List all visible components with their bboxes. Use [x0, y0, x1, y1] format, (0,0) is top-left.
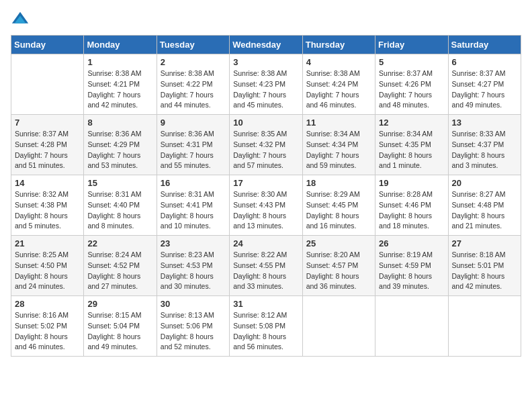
- calendar-cell: 16Sunrise: 8:31 AMSunset: 4:41 PMDayligh…: [157, 175, 229, 236]
- sunrise-text: Sunrise: 8:27 AM: [452, 190, 506, 198]
- sunrise-text: Sunrise: 8:18 AM: [452, 250, 506, 259]
- calendar-cell: 22Sunrise: 8:24 AMSunset: 4:52 PMDayligh…: [84, 236, 157, 296]
- logo-icon: [11, 11, 30, 30]
- sunrise-text: Sunrise: 8:31 AM: [161, 190, 214, 198]
- sunset-text: Sunset: 4:22 PM: [161, 80, 213, 88]
- sunset-text: Sunset: 5:04 PM: [87, 322, 140, 330]
- day-info: Sunrise: 8:33 AMSunset: 4:37 PMDaylight:…: [452, 129, 517, 171]
- calendar-cell: 12Sunrise: 8:34 AMSunset: 4:35 PMDayligh…: [375, 115, 448, 175]
- sunrise-text: Sunrise: 8:37 AM: [452, 69, 506, 77]
- daylight-text: Daylight: 7 hours and 44 minutes.: [161, 91, 214, 109]
- calendar-cell: 20Sunrise: 8:27 AMSunset: 4:48 PMDayligh…: [448, 175, 521, 236]
- day-number: 10: [233, 118, 298, 128]
- daylight-text: Daylight: 8 hours and 33 minutes.: [233, 272, 286, 291]
- day-number: 23: [161, 238, 226, 248]
- sunrise-text: Sunrise: 8:34 AM: [306, 130, 360, 138]
- calendar-cell: [375, 296, 448, 357]
- sunset-text: Sunset: 4:41 PM: [161, 201, 213, 209]
- day-number: 5: [379, 57, 444, 67]
- daylight-text: Daylight: 8 hours and 21 minutes.: [452, 212, 505, 230]
- daylight-text: Daylight: 8 hours and 36 minutes.: [306, 272, 359, 291]
- calendar-table: Sunday Monday Tuesday Wednesday Thursday…: [11, 35, 521, 357]
- daylight-text: Daylight: 8 hours and 10 minutes.: [161, 212, 214, 230]
- day-number: 2: [161, 57, 226, 67]
- day-number: 14: [15, 178, 80, 188]
- sunrise-text: Sunrise: 8:36 AM: [161, 130, 214, 138]
- sunrise-text: Sunrise: 8:25 AM: [15, 250, 69, 259]
- calendar-cell: 6Sunrise: 8:37 AMSunset: 4:27 PMDaylight…: [448, 54, 521, 115]
- sunrise-text: Sunrise: 8:31 AM: [87, 190, 141, 198]
- sunset-text: Sunset: 4:35 PM: [379, 140, 431, 148]
- sunrise-text: Sunrise: 8:34 AM: [379, 130, 433, 138]
- daylight-text: Daylight: 7 hours and 49 minutes.: [452, 91, 505, 109]
- daylight-text: Daylight: 8 hours and 16 minutes.: [306, 212, 359, 230]
- sunset-text: Sunset: 4:32 PM: [233, 140, 285, 148]
- calendar-cell: 1Sunrise: 8:38 AMSunset: 4:21 PMDaylight…: [84, 54, 157, 115]
- sunrise-text: Sunrise: 8:35 AM: [233, 130, 287, 138]
- logo: [11, 11, 32, 30]
- calendar-cell: 29Sunrise: 8:15 AMSunset: 5:04 PMDayligh…: [84, 296, 157, 357]
- daylight-text: Daylight: 8 hours and 3 minutes.: [452, 151, 505, 170]
- day-number: 30: [161, 299, 226, 309]
- calendar-week-3: 14Sunrise: 8:32 AMSunset: 4:38 PMDayligh…: [11, 175, 521, 236]
- daylight-text: Daylight: 8 hours and 5 minutes.: [15, 212, 68, 230]
- calendar-cell: [11, 54, 84, 115]
- day-info: Sunrise: 8:31 AMSunset: 4:41 PMDaylight:…: [161, 189, 226, 232]
- calendar-cell: [302, 296, 375, 357]
- daylight-text: Daylight: 8 hours and 39 minutes.: [379, 272, 432, 291]
- daylight-text: Daylight: 8 hours and 18 minutes.: [379, 212, 432, 230]
- calendar-cell: 9Sunrise: 8:36 AMSunset: 4:31 PMDaylight…: [157, 115, 229, 175]
- calendar-cell: 8Sunrise: 8:36 AMSunset: 4:29 PMDaylight…: [84, 115, 157, 175]
- day-number: 13: [452, 118, 517, 128]
- calendar-cell: 28Sunrise: 8:16 AMSunset: 5:02 PMDayligh…: [11, 296, 84, 357]
- daylight-text: Daylight: 8 hours and 42 minutes.: [452, 272, 505, 291]
- daylight-text: Daylight: 8 hours and 46 minutes.: [15, 332, 68, 351]
- sunrise-text: Sunrise: 8:28 AM: [379, 190, 433, 198]
- sunrise-text: Sunrise: 8:36 AM: [87, 130, 141, 138]
- day-number: 26: [379, 238, 444, 248]
- day-number: 1: [87, 57, 152, 67]
- calendar-cell: 30Sunrise: 8:13 AMSunset: 5:06 PMDayligh…: [157, 296, 229, 357]
- day-number: 6: [452, 57, 517, 67]
- day-info: Sunrise: 8:38 AMSunset: 4:24 PMDaylight:…: [306, 68, 371, 111]
- col-monday: Monday: [84, 36, 157, 54]
- calendar-cell: 7Sunrise: 8:37 AMSunset: 4:28 PMDaylight…: [11, 115, 84, 175]
- day-number: 21: [15, 238, 80, 248]
- sunrise-text: Sunrise: 8:32 AM: [15, 190, 69, 198]
- calendar-cell: 10Sunrise: 8:35 AMSunset: 4:32 PMDayligh…: [230, 115, 302, 175]
- day-info: Sunrise: 8:36 AMSunset: 4:29 PMDaylight:…: [87, 129, 152, 171]
- page-header: [11, 11, 521, 30]
- calendar-cell: 19Sunrise: 8:28 AMSunset: 4:46 PMDayligh…: [375, 175, 448, 236]
- calendar-cell: 25Sunrise: 8:20 AMSunset: 4:57 PMDayligh…: [302, 236, 375, 296]
- sunset-text: Sunset: 4:59 PM: [379, 261, 431, 269]
- calendar-cell: 18Sunrise: 8:29 AMSunset: 4:45 PMDayligh…: [302, 175, 375, 236]
- day-number: 20: [452, 178, 517, 188]
- sunset-text: Sunset: 4:31 PM: [161, 140, 213, 148]
- sunset-text: Sunset: 5:08 PM: [233, 322, 285, 330]
- calendar-week-4: 21Sunrise: 8:25 AMSunset: 4:50 PMDayligh…: [11, 236, 521, 296]
- daylight-text: Daylight: 7 hours and 57 minutes.: [233, 151, 286, 170]
- day-info: Sunrise: 8:32 AMSunset: 4:38 PMDaylight:…: [15, 189, 80, 232]
- daylight-text: Daylight: 8 hours and 24 minutes.: [15, 272, 68, 291]
- sunrise-text: Sunrise: 8:13 AM: [161, 311, 214, 319]
- day-number: 28: [15, 299, 80, 309]
- sunrise-text: Sunrise: 8:23 AM: [161, 250, 214, 259]
- sunrise-text: Sunrise: 8:38 AM: [87, 69, 141, 77]
- day-info: Sunrise: 8:15 AMSunset: 5:04 PMDaylight:…: [87, 310, 152, 353]
- calendar-cell: 27Sunrise: 8:18 AMSunset: 5:01 PMDayligh…: [448, 236, 521, 296]
- daylight-text: Daylight: 7 hours and 42 minutes.: [87, 91, 140, 109]
- sunrise-text: Sunrise: 8:37 AM: [15, 130, 69, 138]
- calendar-cell: 23Sunrise: 8:23 AMSunset: 4:53 PMDayligh…: [157, 236, 229, 296]
- day-number: 18: [306, 178, 371, 188]
- calendar-cell: 14Sunrise: 8:32 AMSunset: 4:38 PMDayligh…: [11, 175, 84, 236]
- day-number: 17: [233, 178, 298, 188]
- sunrise-text: Sunrise: 8:38 AM: [233, 69, 287, 77]
- day-info: Sunrise: 8:20 AMSunset: 4:57 PMDaylight:…: [306, 250, 371, 292]
- daylight-text: Daylight: 7 hours and 59 minutes.: [306, 151, 359, 170]
- col-thursday: Thursday: [302, 36, 375, 54]
- daylight-text: Daylight: 8 hours and 8 minutes.: [87, 212, 140, 230]
- day-number: 7: [15, 118, 80, 128]
- sunset-text: Sunset: 4:29 PM: [87, 140, 140, 148]
- day-number: 9: [161, 118, 226, 128]
- sunset-text: Sunset: 5:02 PM: [15, 322, 67, 330]
